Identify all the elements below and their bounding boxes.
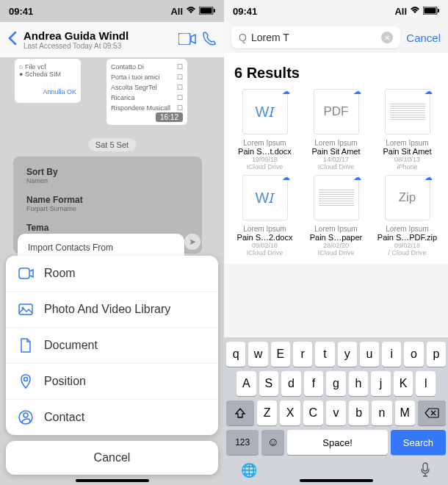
cloud-icon: ☁ bbox=[424, 87, 433, 96]
send-button[interactable]: ➤ bbox=[184, 234, 200, 250]
result-item[interactable]: ☁Lorem IpsumPain S…paper28/02/20ICloud D… bbox=[303, 175, 369, 256]
clear-search-button[interactable]: ✕ bbox=[381, 32, 393, 43]
sheet-contact[interactable]: Contact bbox=[6, 400, 218, 435]
back-button[interactable] bbox=[7, 29, 18, 50]
file-date: 09/02/18 bbox=[231, 242, 298, 249]
sheet-document[interactable]: Document bbox=[6, 328, 218, 364]
key-shift[interactable] bbox=[226, 400, 254, 425]
file-name-1: Lorem Ipsum bbox=[303, 139, 369, 147]
key-r[interactable]: r bbox=[293, 342, 312, 367]
key-y[interactable]: y bbox=[338, 342, 357, 367]
photo-icon bbox=[18, 301, 34, 317]
sheet-photo[interactable]: Photo And Video Library bbox=[6, 292, 218, 328]
file-location: ICloud Drive bbox=[231, 249, 298, 256]
key-n[interactable]: n bbox=[372, 400, 391, 425]
key-u[interactable]: u bbox=[360, 342, 379, 367]
key-w[interactable]: w bbox=[248, 342, 267, 367]
key-j[interactable]: j bbox=[371, 371, 391, 396]
result-item[interactable]: Zip☁Lorem IpsumPain S…PDF.zip09/02/18/ C… bbox=[374, 175, 441, 256]
key-x[interactable]: X bbox=[280, 400, 300, 425]
key-t[interactable]: t bbox=[315, 342, 334, 367]
file-thumbnail: ☁ bbox=[314, 175, 359, 220]
file-name-1: Lorem Ipsum bbox=[374, 139, 441, 147]
key-i[interactable]: i bbox=[382, 342, 401, 367]
document-icon bbox=[18, 337, 34, 353]
file-date: 09/02/18 bbox=[374, 242, 441, 249]
file-location: / Cloud Drive bbox=[374, 249, 441, 256]
file-name-1: Lorem Ipsum bbox=[231, 225, 298, 233]
key-backspace[interactable] bbox=[418, 400, 446, 425]
card2-r3: Ascolta SegrTel bbox=[111, 84, 157, 91]
status-bar: 09:41 All bbox=[0, 0, 224, 22]
key-v[interactable]: v bbox=[326, 400, 346, 425]
cloud-icon: ☁ bbox=[353, 87, 361, 96]
file-date: 08/10/13 bbox=[374, 156, 441, 163]
mic-icon[interactable] bbox=[419, 462, 431, 481]
result-item[interactable]: W𝘐☁Lorem IpsumPain S…2.docx09/02/18IClou… bbox=[231, 175, 298, 256]
sheet-cancel-button[interactable]: Cancel bbox=[6, 441, 218, 475]
contact-icon bbox=[18, 409, 34, 425]
globe-icon[interactable]: 🌐 bbox=[241, 462, 257, 481]
status-bar-right: 09:41 All bbox=[224, 0, 448, 22]
message-time: 16:12 bbox=[156, 112, 183, 122]
svg-rect-1 bbox=[200, 7, 212, 13]
key-123[interactable]: 123 bbox=[226, 430, 259, 455]
search-input[interactable]: Lorem T bbox=[251, 32, 377, 43]
sheet-room[interactable]: Room bbox=[6, 256, 218, 292]
form-l1: Sort By bbox=[26, 167, 189, 177]
key-e[interactable]: E bbox=[271, 342, 290, 367]
result-item[interactable]: W𝘐☁Lorem IpsumPain S…t.docx19/09/18IClou… bbox=[231, 89, 298, 170]
key-l[interactable]: l bbox=[416, 371, 436, 396]
card2-r1: Contatto Di bbox=[111, 63, 144, 71]
sheet-position[interactable]: Position bbox=[6, 364, 218, 400]
key-o[interactable]: o bbox=[404, 342, 423, 367]
result-item[interactable]: ☁Lorem IpsumPain Sit Amet08/10/13iPhone bbox=[374, 89, 441, 170]
file-thumbnail: W𝘐☁ bbox=[242, 89, 288, 134]
svg-rect-13 bbox=[423, 463, 427, 471]
card2-r4: Ricarica bbox=[111, 94, 135, 101]
key-m[interactable]: M bbox=[395, 400, 415, 425]
key-search[interactable]: Search bbox=[391, 430, 446, 455]
key-b[interactable]: b bbox=[349, 400, 369, 425]
file-name-1: Lorem Ipsum bbox=[231, 139, 298, 147]
sheet-position-label: Position bbox=[44, 375, 86, 388]
keyboard-row-3: ZXCvbnM bbox=[226, 400, 446, 425]
form-l2: Name Format bbox=[26, 195, 189, 205]
svg-point-9 bbox=[24, 413, 28, 417]
key-d[interactable]: d bbox=[281, 371, 301, 396]
battery-icon bbox=[199, 6, 215, 17]
search-cancel-button[interactable]: Cancel bbox=[406, 32, 441, 44]
key-emoji[interactable]: ☺ bbox=[261, 430, 284, 455]
keyboard-row-2: ASdfghjKl bbox=[226, 371, 446, 396]
key-k[interactable]: K bbox=[394, 371, 413, 396]
chat-title-block[interactable]: Andrea Guida Windl Last Accessed Today A… bbox=[24, 29, 173, 50]
key-c[interactable]: C bbox=[303, 400, 323, 425]
keyboard-row-4: 123 ☺ Space! Search bbox=[226, 430, 446, 455]
carrier: All bbox=[170, 6, 183, 17]
key-z[interactable]: Z bbox=[257, 400, 277, 425]
card1-line2: ● Scheda SIM bbox=[19, 71, 76, 78]
file-name-1: Lorem Ipsum bbox=[303, 225, 369, 233]
key-a[interactable]: A bbox=[236, 371, 256, 396]
result-item[interactable]: PDF☁Lorem IpsumPain Sit Amet14/02/17IClo… bbox=[303, 89, 369, 170]
card2-r2: Porta i tuoi amici bbox=[111, 73, 160, 81]
svg-rect-5 bbox=[19, 304, 32, 315]
sheet-room-label: Room bbox=[44, 267, 76, 280]
file-thumbnail: ☁ bbox=[385, 89, 430, 134]
key-s[interactable]: S bbox=[259, 371, 279, 396]
key-p[interactable]: p bbox=[427, 342, 446, 367]
key-h[interactable]: h bbox=[349, 371, 369, 396]
key-f[interactable]: f bbox=[304, 371, 324, 396]
home-indicator-right[interactable] bbox=[300, 479, 373, 482]
attachment-action-sheet: Room Photo And Video Library Document Po… bbox=[6, 256, 218, 475]
video-call-button[interactable] bbox=[178, 32, 196, 48]
results-grid: W𝘐☁Lorem IpsumPain S…t.docx19/09/18IClou… bbox=[224, 89, 448, 264]
key-q[interactable]: q bbox=[226, 342, 245, 367]
location-icon bbox=[18, 373, 34, 389]
voice-call-button[interactable] bbox=[202, 31, 217, 49]
key-space[interactable]: Space! bbox=[287, 430, 388, 455]
file-name-2: Pain Sit Amet bbox=[303, 147, 369, 156]
key-g[interactable]: g bbox=[326, 371, 346, 396]
home-indicator[interactable] bbox=[76, 479, 149, 482]
search-field[interactable]: Q Lorem T ✕ bbox=[231, 26, 400, 48]
